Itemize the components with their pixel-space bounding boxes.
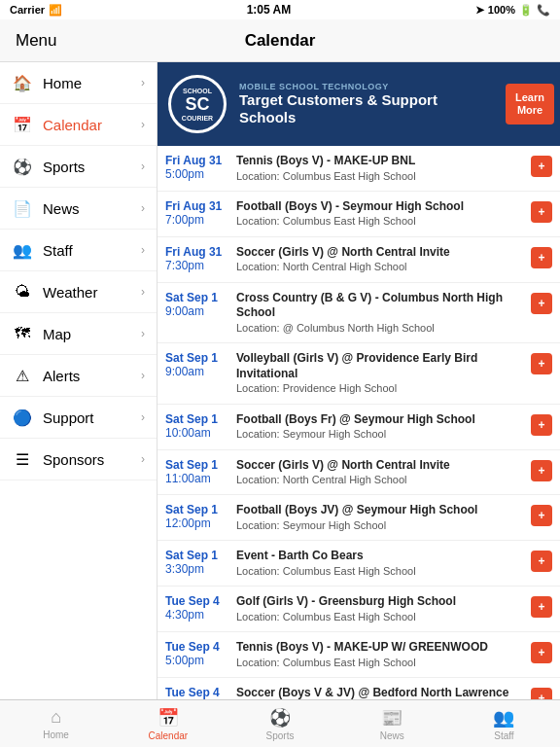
event-date-11: Tue Sep 4 [165, 686, 228, 699]
learn-more-line2: More [517, 104, 542, 116]
event-info-10: Tennis (Boys V) - MAKE-UP W/ GREENWOOD L… [236, 640, 525, 669]
chevron-icon-home: › [141, 76, 145, 89]
event-time-8: 3:30pm [165, 562, 228, 576]
tab-sports-label: Sports [266, 730, 295, 741]
sports-icon: ⚽ [269, 707, 291, 729]
event-button-10[interactable]: + [531, 642, 552, 663]
tab-calendar[interactable]: 📅 Calendar [112, 700, 224, 747]
event-info-5: Football (Boys Fr) @ Seymour High School… [236, 412, 525, 442]
tab-sports[interactable]: ⚽ Sports [224, 700, 335, 747]
sidebar-label-map: Map [43, 326, 71, 342]
staff-icon: 👥 [12, 239, 33, 261]
event-time-9: 4:30pm [165, 608, 228, 622]
sidebar-item-news[interactable]: 📄 News › [0, 188, 157, 230]
event-button-8[interactable]: + [531, 551, 552, 572]
event-title-7: Football (Boys JV) @ Seymour High School [236, 503, 525, 518]
sidebar-item-alerts[interactable]: ⚠ Alerts › [0, 355, 157, 397]
event-info-7: Football (Boys JV) @ Seymour High School… [236, 503, 525, 532]
event-info-3: Cross Country (B & G V) - Columbus North… [236, 291, 525, 335]
event-time-5: 10:00am [165, 426, 228, 440]
event-info-0: Tennis (Boys V) - MAKE-UP BNL Location: … [236, 154, 525, 183]
news-icon: 📰 [381, 707, 402, 729]
chevron-icon-staff: › [141, 243, 145, 257]
event-info-2: Soccer (Girls V) @ North Central Invite … [236, 245, 525, 274]
sidebar-item-left: ☰ Sponsors [12, 448, 104, 470]
event-datetime-11: Tue Sep 4 5:30pm [165, 686, 228, 699]
event-button-4[interactable]: + [531, 353, 552, 374]
weather-icon: 🌤 [12, 281, 33, 302]
event-item-4: Sat Sep 1 9:00am Volleyball (Girls V) @ … [158, 343, 560, 404]
map-icon: 🗺 [12, 323, 33, 344]
event-button-1[interactable]: + [531, 201, 552, 223]
event-item-5: Sat Sep 1 10:00am Football (Boys Fr) @ S… [158, 405, 560, 450]
event-button-11[interactable]: + [531, 688, 552, 699]
event-title-3: Cross Country (B & G V) - Columbus North… [236, 291, 525, 321]
staff-icon: 👥 [493, 707, 514, 729]
event-datetime-4: Sat Sep 1 9:00am [165, 351, 228, 378]
sidebar-label-sponsors: Sponsors [43, 451, 104, 468]
event-item-3: Sat Sep 1 9:00am Cross Country (B & G V)… [158, 283, 560, 343]
sidebar-item-home[interactable]: 🏠 Home › [0, 62, 157, 104]
event-button-9[interactable]: + [531, 596, 552, 618]
sidebar-item-staff[interactable]: 👥 Staff › [0, 230, 157, 271]
event-datetime-2: Fri Aug 31 7:30pm [165, 245, 228, 272]
location-icon: ➤ [475, 4, 484, 17]
event-btn-icon-11: + [538, 692, 544, 699]
event-date-9: Tue Sep 4 [165, 594, 228, 608]
event-button-2[interactable]: + [531, 247, 552, 268]
event-btn-icon-4: + [538, 357, 544, 371]
event-title-10: Tennis (Boys V) - MAKE-UP W/ GREENWOOD [236, 640, 525, 656]
event-btn-icon-9: + [538, 600, 544, 614]
event-location-4: Location: Providence High School [236, 381, 525, 395]
event-datetime-9: Tue Sep 4 4:30pm [165, 594, 228, 622]
event-btn-icon-10: + [538, 646, 544, 659]
event-location-3: Location: @ Columbus North High School [236, 321, 525, 335]
event-button-0[interactable]: + [531, 156, 552, 177]
sidebar-item-sponsors[interactable]: ☰ Sponsors › [0, 439, 157, 480]
alerts-icon: ⚠ [12, 365, 33, 386]
ad-logo-school: SCHOOL [183, 88, 212, 94]
tab-bar: ⌂ Home 📅 Calendar ⚽ Sports 📰 News 👥 Staf… [0, 699, 560, 747]
status-right: ➤ 100% 🔋 📞 [475, 4, 550, 17]
tab-news-label: News [380, 730, 404, 741]
ad-text-block: MOBILE SCHOOL TECHNOLOGY Target Customer… [231, 78, 506, 130]
ad-title: Target Customers & Support Schools [239, 91, 498, 126]
event-location-7: Location: Seymour High School [236, 518, 525, 532]
tab-news[interactable]: 📰 News [336, 700, 448, 747]
sidebar-item-calendar[interactable]: 📅 Calendar › [0, 104, 157, 146]
event-button-7[interactable]: + [531, 505, 552, 526]
sidebar-item-weather[interactable]: 🌤 Weather › [0, 271, 157, 313]
event-datetime-0: Fri Aug 31 5:00pm [165, 154, 228, 181]
event-location-0: Location: Columbus East High School [236, 169, 525, 183]
sidebar-item-left: 📅 Calendar [12, 114, 102, 135]
chevron-icon-support: › [141, 410, 145, 424]
sidebar-label-sports: Sports [43, 159, 85, 175]
event-title-9: Golf (Girls V) - Greensburg High School [236, 594, 525, 610]
sidebar-item-left: 🏠 Home [12, 72, 82, 93]
event-info-6: Soccer (Girls V) @ North Central Invite … [236, 458, 525, 487]
tab-calendar-label: Calendar [149, 730, 189, 741]
tab-staff-label: Staff [494, 730, 513, 741]
event-button-6[interactable]: + [531, 460, 552, 481]
event-location-9: Location: Columbus East High School [236, 610, 525, 623]
tab-home[interactable]: ⌂ Home [0, 700, 112, 747]
event-button-3[interactable]: + [531, 293, 552, 314]
event-item-1: Fri Aug 31 7:00pm Football (Boys V) - Se… [158, 192, 560, 237]
home-icon: ⌂ [51, 707, 61, 728]
event-info-1: Football (Boys V) - Seymour High School … [236, 199, 525, 229]
event-btn-icon-8: + [538, 554, 544, 568]
sidebar-label-support: Support [43, 409, 94, 426]
event-button-5[interactable]: + [531, 414, 552, 436]
event-time-3: 9:00am [165, 304, 228, 318]
tab-staff[interactable]: 👥 Staff [448, 700, 560, 747]
sidebar-item-support[interactable]: 🔵 Support › [0, 397, 157, 439]
event-btn-icon-5: + [538, 418, 544, 432]
carrier-label: Carrier [10, 4, 45, 16]
event-item-7: Sat Sep 1 12:00pm Football (Boys JV) @ S… [158, 495, 560, 541]
learn-more-button[interactable]: Learn More [506, 84, 554, 124]
sidebar-item-left: ⚠ Alerts [12, 365, 80, 386]
sidebar-item-left: 🗺 Map [12, 323, 71, 344]
sidebar-label-news: News [43, 200, 80, 217]
sidebar-item-sports[interactable]: ⚽ Sports › [0, 146, 157, 188]
sidebar-item-map[interactable]: 🗺 Map › [0, 313, 157, 355]
